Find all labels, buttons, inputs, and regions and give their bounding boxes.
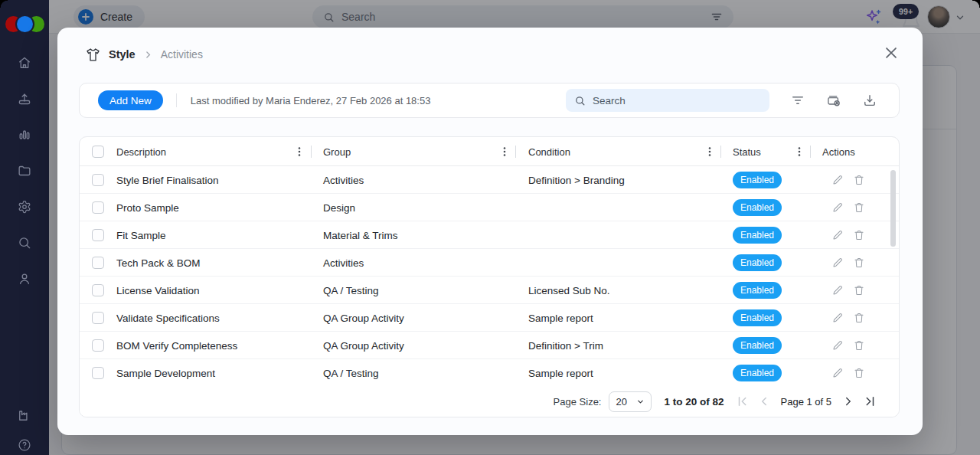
cell-group: Activities: [323, 166, 364, 194]
activities-modal: Style Activities Add New Last modified b…: [57, 28, 923, 435]
column-header-group: Group: [323, 137, 351, 166]
folder-icon[interactable]: [17, 163, 32, 178]
select-all-checkbox[interactable]: [92, 146, 104, 158]
breadcrumb-current: Activities: [161, 48, 203, 61]
delete-icon[interactable]: [853, 201, 865, 214]
edit-icon[interactable]: [831, 229, 844, 241]
add-new-button[interactable]: Add New: [98, 90, 163, 110]
cell-group: Design: [323, 194, 355, 221]
column-divider: [810, 146, 811, 158]
cell-condition: Definition > Branding: [528, 166, 625, 194]
edit-icon[interactable]: [831, 174, 844, 186]
status-badge: Enabled: [733, 172, 782, 188]
cards-user-icon[interactable]: [826, 93, 841, 108]
edit-icon[interactable]: [831, 284, 844, 296]
table-row: Proto Sample Design Enabled: [80, 194, 899, 221]
page-indicator: Page 1 of 5: [781, 396, 832, 408]
delete-icon[interactable]: [853, 312, 865, 324]
cell-description: Tech Pack & BOM: [116, 249, 201, 277]
status-badge: Enabled: [733, 309, 782, 326]
delete-icon[interactable]: [853, 257, 865, 269]
table-body: Style Brief Finalisation Activities Defi…: [80, 166, 899, 387]
table-row: Sample Development QA / Testing Sample r…: [80, 359, 899, 387]
download-icon[interactable]: [862, 93, 877, 108]
app-sidebar: [0, 0, 49, 455]
home-icon[interactable]: [17, 55, 32, 70]
row-checkbox[interactable]: [92, 284, 104, 296]
close-icon[interactable]: [883, 44, 900, 61]
row-checkbox[interactable]: [92, 229, 104, 241]
breadcrumb: Style Activities: [85, 44, 203, 64]
settings-icon[interactable]: [17, 199, 32, 214]
column-header-description: Description: [116, 137, 166, 166]
cell-group: QA / Testing: [323, 277, 379, 304]
status-badge: Enabled: [733, 227, 782, 244]
edit-icon[interactable]: [831, 339, 844, 352]
delete-icon[interactable]: [853, 367, 865, 379]
row-range-text: 1 to 20 of 82: [664, 396, 724, 408]
cell-group: QA Group Activity: [323, 332, 404, 359]
cell-group: Activities: [323, 249, 364, 277]
table-row: Tech Pack & BOM Activities Enabled: [80, 249, 899, 277]
table-row: Validate Specifications QA Group Activit…: [80, 304, 899, 332]
cell-description: Proto Sample: [116, 194, 179, 221]
row-checkbox[interactable]: [92, 174, 104, 186]
table-search-field[interactable]: [566, 89, 769, 112]
delete-icon[interactable]: [853, 284, 865, 296]
cell-group: QA / Testing: [323, 359, 379, 387]
page-size-value: 20: [616, 396, 626, 408]
table-row: BOM Verify Completeness QA Group Activit…: [80, 332, 899, 359]
table-search-input[interactable]: [591, 94, 761, 107]
row-checkbox[interactable]: [92, 201, 104, 214]
delete-icon[interactable]: [853, 229, 865, 241]
cell-description: Fit Sample: [116, 221, 166, 249]
page-size-label: Page Size:: [554, 396, 602, 408]
cell-description: BOM Verify Completeness: [116, 332, 237, 359]
row-checkbox[interactable]: [92, 367, 104, 379]
edit-icon[interactable]: [831, 312, 844, 324]
status-badge: Enabled: [733, 282, 782, 299]
column-menu-icon[interactable]: [794, 146, 805, 157]
previous-page-icon[interactable]: [757, 394, 771, 408]
next-page-icon[interactable]: [841, 394, 855, 408]
table-header: Description Group Condition Status Actio…: [80, 137, 899, 166]
last-page-icon[interactable]: [863, 394, 877, 408]
cell-condition: Sample report: [528, 359, 593, 387]
status-badge: Enabled: [733, 337, 782, 354]
status-badge: Enabled: [733, 365, 782, 381]
user-icon[interactable]: [17, 271, 32, 286]
last-modified-text: Last modified by Maria Enderez, 27 Feb 2…: [191, 95, 431, 106]
column-menu-icon[interactable]: [294, 146, 305, 157]
help-icon[interactable]: [17, 437, 32, 453]
table-row: Fit Sample Material & Trims Enabled: [80, 221, 899, 249]
analytics-icon[interactable]: [17, 127, 32, 142]
status-badge: Enabled: [733, 254, 782, 271]
delete-icon[interactable]: [853, 339, 865, 352]
breadcrumb-root[interactable]: Style: [109, 48, 136, 61]
column-menu-icon[interactable]: [704, 146, 715, 157]
row-checkbox[interactable]: [92, 312, 104, 324]
column-menu-icon[interactable]: [499, 146, 510, 157]
filter-icon[interactable]: [790, 93, 805, 108]
delete-icon[interactable]: [853, 174, 865, 186]
cell-condition: Sample report: [528, 304, 593, 332]
chevron-right-icon: [143, 50, 153, 60]
search-icon[interactable]: [17, 235, 32, 250]
first-page-icon[interactable]: [736, 394, 750, 408]
row-checkbox[interactable]: [92, 257, 104, 269]
edit-icon[interactable]: [831, 257, 844, 269]
edit-icon[interactable]: [831, 367, 844, 379]
search-icon: [574, 95, 586, 106]
table-row: Style Brief Finalisation Activities Defi…: [80, 166, 899, 194]
column-header-condition: Condition: [528, 137, 570, 166]
cell-condition: Licensed Sub No.: [528, 277, 610, 304]
row-checkbox[interactable]: [92, 339, 104, 352]
edit-icon[interactable]: [831, 201, 844, 214]
cell-description: License Validation: [116, 277, 200, 304]
toolbar-divider: [176, 93, 177, 107]
table-scrollbar[interactable]: [890, 170, 896, 247]
page-size-select[interactable]: 20: [609, 391, 652, 412]
cell-group: QA Group Activity: [323, 304, 404, 332]
factory-icon[interactable]: [17, 408, 32, 423]
upload-icon[interactable]: [17, 91, 32, 106]
